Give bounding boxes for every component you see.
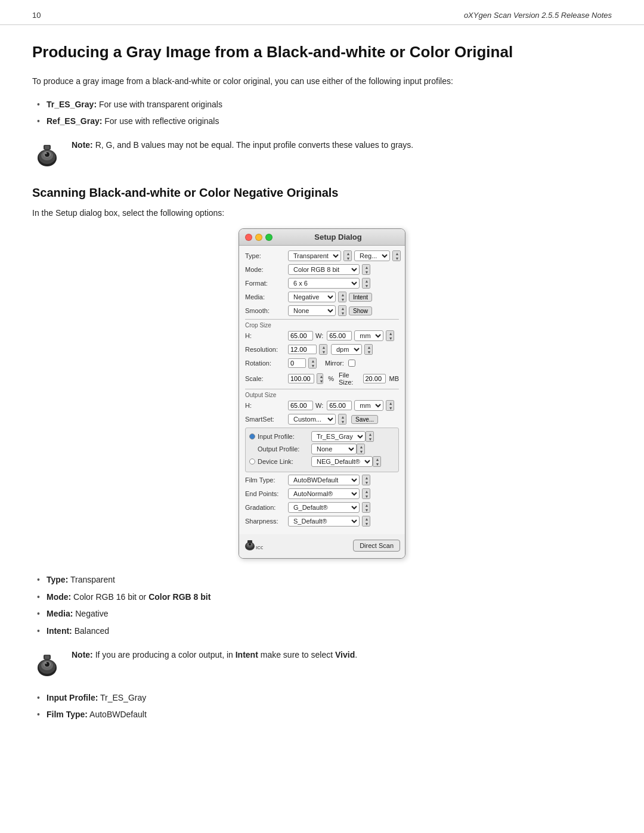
stepper-up[interactable]: ▲ (363, 265, 370, 270)
input-profile-radio[interactable] (249, 433, 255, 439)
mode-select[interactable]: Color RGB 8 bit (288, 264, 360, 275)
smartset-select[interactable]: Custom... (288, 414, 336, 425)
end-points-stepper[interactable]: ▲ ▼ (362, 488, 370, 499)
stepper-up[interactable]: ▲ (393, 251, 401, 256)
smartset-stepper[interactable]: ▲ ▼ (338, 414, 346, 425)
gradation-stepper[interactable]: ▲ ▼ (362, 502, 370, 513)
input-profile-select[interactable]: Tr_ES_Gray (311, 431, 366, 442)
media-stepper[interactable]: ▲ ▼ (338, 292, 346, 302)
type-stepper[interactable]: ▲ ▼ (343, 250, 352, 261)
stepper-up[interactable]: ▲ (363, 503, 370, 507)
stepper-down[interactable]: ▼ (365, 349, 373, 354)
stepper-up[interactable]: ▲ (344, 251, 352, 256)
input-profile-stepper[interactable]: ▲ ▼ (366, 431, 374, 442)
stepper-down[interactable]: ▼ (363, 283, 370, 288)
stepper-up[interactable]: ▲ (357, 444, 365, 449)
stepper-up[interactable]: ▲ (320, 345, 327, 349)
stepper-down[interactable]: ▼ (386, 336, 394, 340)
device-link-radio[interactable] (249, 459, 255, 465)
res-unit-stepper[interactable]: ▲ ▼ (364, 344, 373, 355)
media-select[interactable]: Negative (288, 292, 336, 302)
resolution-unit-select[interactable]: dpm (331, 344, 362, 355)
format-row: Format: 6 x 6 ▲ ▼ (245, 278, 399, 289)
stepper-up[interactable]: ▲ (386, 331, 394, 336)
stepper-down[interactable]: ▼ (363, 480, 370, 485)
stepper-up[interactable]: ▲ (363, 516, 370, 521)
stepper-down[interactable]: ▼ (366, 436, 374, 441)
rotation-input[interactable] (288, 358, 306, 368)
reg-select[interactable]: Reg... (354, 250, 390, 261)
output-unit-select[interactable]: mm (354, 400, 383, 411)
stepper-up[interactable]: ▲ (309, 358, 317, 363)
output-w-input[interactable] (327, 401, 352, 410)
mode-stepper[interactable]: ▲ ▼ (362, 264, 370, 275)
media-row: Media: Negative ▲ ▼ Intent (245, 292, 399, 302)
film-type-stepper[interactable]: ▲ ▼ (362, 475, 370, 485)
stepper-down[interactable]: ▼ (357, 449, 365, 454)
show-button[interactable]: Show (349, 306, 372, 315)
sharpness-select[interactable]: S_Default® (288, 516, 360, 527)
output-profile-stepper[interactable]: ▲ ▼ (357, 444, 365, 454)
resolution-stepper[interactable]: ▲ ▼ (319, 344, 327, 355)
stepper-up[interactable]: ▲ (365, 345, 373, 349)
stepper-down[interactable]: ▼ (363, 521, 370, 526)
scale-stepper[interactable]: ▲ ▼ (317, 373, 323, 384)
stepper-up[interactable]: ▲ (363, 489, 370, 494)
content-area: Producing a Gray Image from a Black-and-… (0, 25, 644, 756)
crop-h-input[interactable] (288, 331, 313, 340)
stepper-down[interactable]: ▼ (363, 507, 370, 512)
stepper-down[interactable]: ▼ (320, 349, 327, 354)
intent-button[interactable]: Intent (349, 293, 372, 302)
stepper-down[interactable]: ▼ (363, 494, 370, 498)
stepper-down[interactable]: ▼ (339, 419, 346, 424)
stepper-up[interactable]: ▲ (339, 306, 346, 311)
stepper-down[interactable]: ▼ (393, 256, 401, 261)
stepper-up[interactable]: ▲ (339, 292, 346, 297)
output-unit-stepper[interactable]: ▲ ▼ (386, 400, 394, 411)
stepper-down[interactable]: ▼ (373, 462, 381, 466)
minimize-btn[interactable] (255, 234, 262, 241)
output-profile-select[interactable]: None (311, 444, 357, 454)
output-h-input[interactable] (288, 401, 313, 410)
format-stepper[interactable]: ▲ ▼ (362, 278, 370, 289)
crop-unit-select[interactable]: mm (354, 330, 383, 341)
stepper-down[interactable]: ▼ (344, 256, 352, 261)
film-type-select[interactable]: AutoBWDefault (288, 475, 360, 485)
type-select[interactable]: Transparent (288, 250, 341, 261)
stepper-up[interactable]: ▲ (373, 457, 381, 462)
scale-input[interactable] (288, 374, 314, 383)
maximize-btn[interactable] (265, 234, 273, 241)
close-btn[interactable] (245, 234, 252, 241)
stepper-up[interactable]: ▲ (339, 414, 346, 419)
format-select[interactable]: 6 x 6 (288, 278, 360, 289)
stepper-up[interactable]: ▲ (363, 475, 370, 480)
stepper-up[interactable]: ▲ (386, 401, 394, 405)
stepper-down[interactable]: ▼ (317, 379, 323, 383)
mirror-checkbox[interactable] (348, 360, 355, 367)
reg-stepper[interactable]: ▲ ▼ (392, 250, 401, 261)
direct-scan-button[interactable]: Direct Scan (353, 540, 400, 552)
filesize-input[interactable] (363, 374, 386, 383)
stepper-up[interactable]: ▲ (366, 432, 374, 436)
svg-rect-23 (45, 655, 49, 659)
stepper-down[interactable]: ▼ (339, 297, 346, 302)
resolution-input[interactable] (288, 345, 317, 354)
stepper-down[interactable]: ▼ (363, 270, 370, 274)
rotation-stepper[interactable]: ▲ ▼ (308, 358, 317, 368)
crop-unit-stepper[interactable]: ▲ ▼ (386, 330, 394, 341)
stepper-up[interactable]: ▲ (317, 374, 323, 379)
crop-w-input[interactable] (327, 331, 352, 340)
device-link-stepper[interactable]: ▲ ▼ (373, 456, 381, 467)
smooth-select[interactable]: None (288, 305, 336, 316)
gradation-select[interactable]: G_Default® (288, 502, 360, 513)
stepper-down[interactable]: ▼ (309, 363, 317, 368)
end-points-select[interactable]: AutoNormal® (288, 488, 360, 499)
save-button[interactable]: Save... (351, 415, 378, 424)
stepper-up[interactable]: ▲ (363, 278, 370, 283)
stepper-down[interactable]: ▼ (386, 405, 394, 410)
stepper-down[interactable]: ▼ (339, 311, 346, 315)
sharpness-stepper[interactable]: ▲ ▼ (362, 516, 370, 527)
smooth-stepper[interactable]: ▲ ▼ (338, 305, 346, 316)
list-item: Media: Negative (32, 607, 612, 620)
device-link-select[interactable]: NEG_Default® (311, 456, 373, 467)
